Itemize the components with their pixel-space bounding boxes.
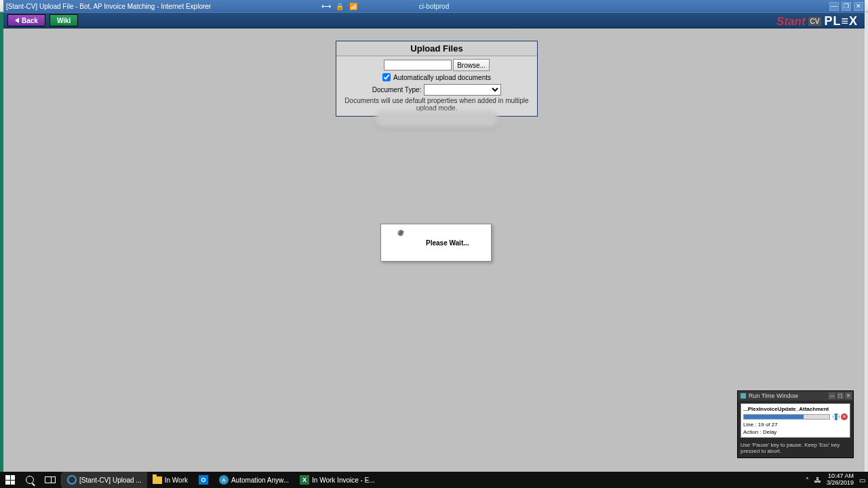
signal-icon[interactable]: 📶 (349, 2, 357, 10)
folder-icon (153, 476, 162, 484)
ie-icon (67, 475, 77, 485)
rtw-line-info: Line : 19 of 27 (743, 422, 848, 428)
taskbar-excel-label: In Work Invoice - E... (312, 476, 375, 484)
brand-logo: Stant CV PL≡X (776, 14, 858, 28)
tray-notifications-icon[interactable]: ▭ (859, 476, 865, 484)
rtw-title-text: Run Time Window (749, 392, 798, 399)
wiki-button[interactable]: Wiki (50, 14, 78, 26)
document-type-label: Document Type: (372, 86, 422, 94)
taskbar-ie-task[interactable]: [Stant-CV] Upload ... (62, 472, 147, 488)
ie-titlebar-icons: ⟷ 🔒 📶 (322, 2, 357, 10)
taskbar-clock[interactable]: 10:47 AM 3/26/2019 (827, 473, 854, 487)
blurred-toolbar (375, 111, 498, 127)
rtw-app-icon (741, 393, 746, 399)
taskbar-aa-label: Automation Anyw... (231, 476, 289, 484)
taskbar-outlook-task[interactable]: O (193, 472, 214, 488)
taskbar-aa-task[interactable]: A Automation Anyw... (214, 472, 294, 488)
desktop-background-right (865, 12, 868, 472)
start-button[interactable] (0, 472, 20, 488)
windows-icon (5, 475, 15, 485)
spinner-icon (388, 230, 414, 256)
rtw-titlebar[interactable]: Run Time Window — ▢ ✕ (738, 391, 853, 401)
ie-window-title: [Stant-CV] Upload File - Bot, AP Invoice… (6, 3, 211, 10)
upload-files-panel: Upload Files Browse... Automatically upl… (336, 41, 538, 117)
ie-site-label: ci-botprod (419, 3, 449, 10)
tray-chevron-icon[interactable]: ˄ (806, 476, 809, 484)
file-path-input[interactable] (384, 60, 452, 70)
taskbar-search-button[interactable] (20, 472, 39, 488)
auto-upload-checkbox[interactable] (382, 73, 391, 81)
rtw-body: ...PlexInvoiceUpdate_Attachment ❚❚ ✕ Lin… (741, 403, 850, 438)
back-arrow-icon (15, 18, 19, 23)
ie-window: [Stant-CV] Upload File - Bot, AP Invoice… (3, 0, 865, 474)
task-view-button[interactable] (39, 472, 61, 488)
ie-maximize-button[interactable]: ❐ (842, 2, 851, 11)
home-icon[interactable]: ⟷ (322, 2, 330, 10)
wiki-button-label: Wiki (57, 17, 71, 24)
taskbar-ie-label: [Stant-CV] Upload ... (79, 476, 142, 484)
ie-titlebar: [Stant-CV] Upload File - Bot, AP Invoice… (3, 0, 865, 12)
taskbar-excel-task[interactable]: X In Work Invoice - E... (294, 472, 380, 488)
document-type-select[interactable] (424, 84, 501, 96)
run-time-window[interactable]: Run Time Window — ▢ ✕ ...PlexInvoiceUpda… (737, 390, 854, 458)
please-wait-text: Please Wait... (426, 239, 469, 247)
rtw-script-name: ...PlexInvoiceUpdate_Attachment (743, 406, 848, 412)
taskbar-inwork-task[interactable]: In Work (147, 472, 193, 488)
content-area: Upload Files Browse... Automatically upl… (3, 28, 865, 474)
rtw-stop-button[interactable]: ✕ (841, 413, 848, 420)
auto-upload-label: Automatically upload documents (393, 74, 491, 81)
rtw-maximize-button[interactable]: ▢ (837, 392, 844, 399)
rtw-pause-button[interactable]: ❚❚ (833, 413, 840, 420)
rtw-hint-text: Use 'Pause' key to pause. Keep 'Esc' key… (738, 441, 853, 458)
taskbar-inwork-label: In Work (165, 476, 188, 484)
browse-button[interactable]: Browse... (453, 59, 490, 71)
ie-close-button[interactable]: ✕ (854, 2, 863, 11)
rtw-close-button[interactable]: ✕ (845, 392, 852, 399)
ie-minimize-button[interactable]: — (829, 2, 839, 11)
outlook-icon: O (199, 475, 208, 485)
app-toolbar: Back Wiki Stant CV PL≡X (3, 12, 865, 28)
please-wait-dialog: Please Wait... (380, 224, 492, 262)
search-icon (26, 476, 34, 484)
back-button[interactable]: Back (7, 14, 45, 26)
rtw-progress-bar (743, 414, 830, 420)
brand-cv: CV (808, 17, 822, 26)
brand-plex: PL≡X (824, 14, 858, 28)
windows-taskbar: [Stant-CV] Upload ... In Work O A Automa… (0, 472, 868, 488)
lock-icon[interactable]: 🔒 (336, 2, 344, 10)
tray-network-icon[interactable]: 🖧 (814, 476, 821, 484)
rtw-action-info: Action : Delay (743, 429, 848, 435)
rtw-minimize-button[interactable]: — (829, 392, 835, 399)
taskbar-date: 3/26/2019 (827, 480, 854, 487)
automation-anywhere-icon: A (219, 475, 229, 485)
excel-icon: X (300, 475, 309, 485)
back-button-label: Back (22, 17, 38, 24)
task-view-icon (45, 476, 56, 483)
brand-stant: Stant (776, 15, 806, 28)
upload-panel-title: Upload Files (336, 41, 537, 56)
